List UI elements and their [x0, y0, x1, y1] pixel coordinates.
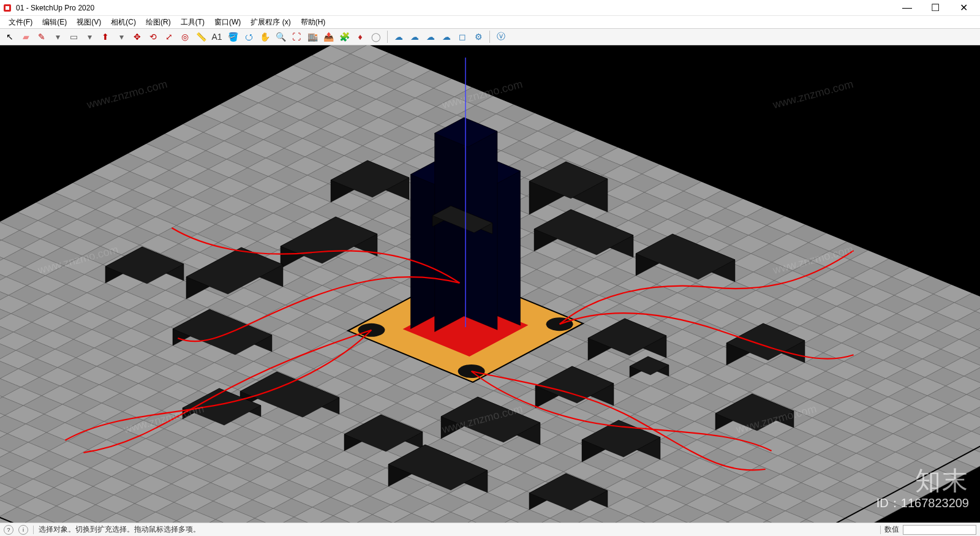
value-label: 数值	[884, 524, 899, 535]
paint-icon[interactable]: 🪣	[225, 29, 240, 44]
help-button[interactable]: ?	[4, 525, 13, 535]
rectangle-icon[interactable]: ▭	[66, 29, 81, 44]
svg-rect-1	[6, 6, 9, 10]
app-icon	[2, 3, 12, 13]
user-icon[interactable]: ◯	[369, 29, 383, 44]
status-bar: ? i 选择对象。切换到扩充选择。拖动鼠标选择多项。 数值	[0, 523, 980, 536]
cloud-1-icon[interactable]: ☁	[391, 29, 406, 44]
menu-bar: 文件(F) 编辑(E) 视图(V) 相机(C) 绘图(R) 工具(T) 窗口(W…	[0, 16, 980, 28]
rectangle-dropdown-icon[interactable]: ▾	[82, 29, 97, 44]
menu-tools[interactable]: 工具(T)	[176, 16, 209, 29]
menu-file[interactable]: 文件(F)	[4, 16, 37, 29]
warehouse-icon[interactable]: 🏬	[305, 29, 320, 44]
status-hint: 选择对象。切换到扩充选择。拖动鼠标选择多项。	[39, 524, 200, 535]
select-icon[interactable]: ↖	[2, 29, 17, 44]
move-icon[interactable]: ✥	[130, 29, 145, 44]
scene-canvas[interactable]	[0, 45, 980, 523]
select-box-icon[interactable]: ◻	[455, 29, 470, 44]
minimize-button[interactable]: —	[893, 0, 921, 16]
rotate-icon[interactable]: ⟲	[146, 29, 160, 44]
title-bar: 01 - SketchUp Pro 2020 — ☐ ✕	[0, 0, 980, 16]
menu-window[interactable]: 窗口(W)	[209, 16, 246, 29]
menu-view[interactable]: 视图(V)	[72, 16, 106, 29]
text-icon[interactable]: A1	[209, 29, 224, 44]
model-viewport[interactable]: www.znzmo.com www.znzmo.com www.znzmo.co…	[0, 45, 980, 523]
cloud-2-icon[interactable]: ☁	[407, 29, 422, 44]
menu-help[interactable]: 帮助(H)	[296, 16, 331, 29]
cloud-4-icon[interactable]: ☁	[439, 29, 454, 44]
line-dropdown-icon[interactable]: ▾	[50, 29, 65, 44]
offset-icon[interactable]: ◎	[178, 29, 192, 44]
orbit-icon[interactable]: ⭯	[241, 29, 256, 44]
menu-camera[interactable]: 相机(C)	[106, 16, 141, 29]
push-pull-dropdown-icon[interactable]: ▾	[114, 29, 129, 44]
zoom-icon[interactable]: 🔍	[273, 29, 288, 44]
window-controls: — ☐ ✕	[893, 0, 978, 16]
maximize-button[interactable]: ☐	[921, 0, 949, 16]
menu-extensions[interactable]: 扩展程序 (x)	[246, 16, 295, 29]
close-button[interactable]: ✕	[949, 0, 978, 16]
menu-edit[interactable]: 编辑(E)	[37, 16, 72, 29]
gear-icon[interactable]: ⚙	[471, 29, 486, 44]
vray-icon[interactable]: ⓥ	[494, 29, 508, 44]
main-toolbar: ↖▰✎▾▭▾⬆▾✥⟲⤢◎📏A1🪣⭯✋🔍⛶🏬📤🧩♦◯☁☁☁☁◻⚙ⓥ	[0, 28, 980, 45]
measurement-input[interactable]	[903, 525, 976, 535]
window-title: 01 - SketchUp Pro 2020	[16, 4, 893, 12]
line-icon[interactable]: ✎	[34, 29, 49, 44]
menu-draw[interactable]: 绘图(R)	[141, 16, 176, 29]
warehouse-share-icon[interactable]: 📤	[321, 29, 336, 44]
ext-warehouse-icon[interactable]: 🧩	[337, 29, 352, 44]
tape-icon[interactable]: 📏	[194, 29, 208, 44]
push-pull-icon[interactable]: ⬆	[98, 29, 113, 44]
ext-manager-icon[interactable]: ♦	[353, 29, 368, 44]
scale-icon[interactable]: ⤢	[162, 29, 176, 44]
info-button[interactable]: i	[18, 525, 28, 535]
pan-icon[interactable]: ✋	[257, 29, 272, 44]
zoom-extents-icon[interactable]: ⛶	[289, 29, 304, 44]
eraser-icon[interactable]: ▰	[18, 29, 33, 44]
cloud-3-icon[interactable]: ☁	[423, 29, 438, 44]
